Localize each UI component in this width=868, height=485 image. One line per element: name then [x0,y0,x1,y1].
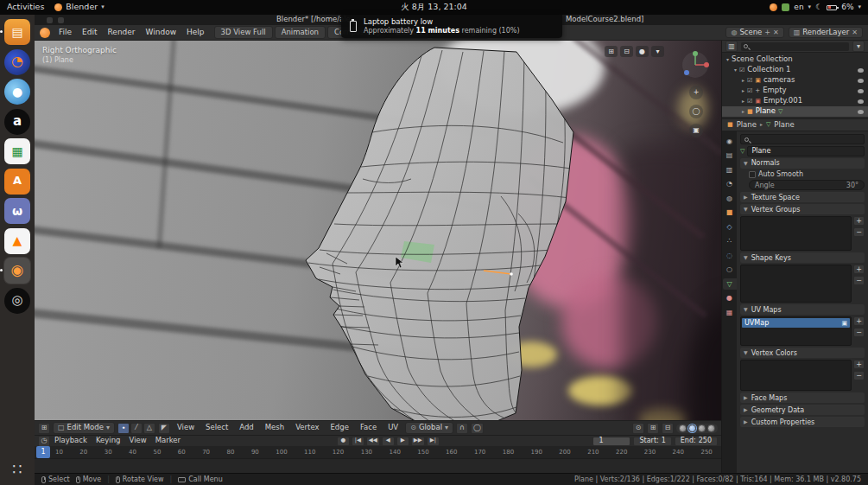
workspace-tab[interactable]: 3D View Full [214,26,273,39]
tab-scene[interactable]: ◔ [723,179,737,190]
timeline-ruler[interactable]: 1 10203040506070809010011012013014015016… [35,446,721,458]
tab-render[interactable]: ◉ [723,136,737,147]
cursor-tool-button[interactable]: ◤ [158,423,170,434]
shading-rendered-button[interactable] [707,424,715,432]
face-select-mode-button[interactable]: △ [143,423,155,434]
section-face-maps[interactable]: ▶ Face Maps [740,392,865,403]
checkbox-icon[interactable]: ☑ [747,77,752,84]
checkbox-icon[interactable]: ☑ [747,98,752,105]
tab-particles[interactable]: ∴ [723,236,737,247]
viewport-menu-item[interactable]: Mesh [261,424,288,432]
transport-button[interactable]: ▶ [396,437,409,446]
uv-maps-list[interactable]: UVMap ▣ [740,316,852,346]
app-menu[interactable]: Blender ▾ [54,3,104,12]
transport-button[interactable]: ◀ [382,437,395,446]
tab-view-layer[interactable]: ▥ [723,164,737,175]
properties-search-field[interactable] [740,134,865,144]
status-icon[interactable] [782,3,789,11]
breadcrumb-data[interactable]: Plane [774,121,794,130]
menu-item[interactable]: Window [142,28,181,36]
tab-constraints[interactable]: ○ [723,265,737,276]
expand-icon[interactable]: ▸ [742,88,744,94]
tab-texture[interactable]: ▦ [723,307,737,318]
workspace-tab[interactable]: Animation [275,26,326,39]
section-normals[interactable]: ▼ Normals [740,158,865,169]
expand-icon[interactable]: ▸ [742,109,744,115]
view-layer-selector[interactable]: ▥ RenderLayer ✕ [789,27,863,39]
snap-toggle-button[interactable]: ∩ [456,423,468,434]
edge-select-mode-button[interactable]: ⁄ [130,423,143,434]
transport-button[interactable]: ▶▶ [411,437,425,446]
add-uv-map-button[interactable]: + [853,316,865,326]
zoom-icon[interactable]: + [689,86,703,99]
add-vertex-group-button[interactable]: + [853,216,865,226]
outliner-item-plane[interactable]: ▸ ■ Plane ▽ [722,106,868,117]
end-frame-field[interactable]: End:250 [675,437,718,446]
dock-item-discord[interactable]: ω [4,198,30,224]
outliner-display-mode-button[interactable]: ▥ [725,41,738,52]
transform-orientation-selector[interactable]: ⊙ Global ▾ [405,422,453,434]
dock-item-browser[interactable]: ● [4,79,30,105]
transport-button[interactable]: ▶| [427,437,440,446]
expand-icon[interactable]: ▸ [742,78,744,84]
timeline-menu-item[interactable]: View [125,437,151,445]
new-scene-button[interactable]: + [764,29,770,36]
menu-item[interactable]: Help [182,28,209,36]
start-frame-field[interactable]: Start:1 [633,437,671,446]
notification-battery-low[interactable]: Laptop battery low Approximately 11 minu… [341,15,562,38]
keyboard-language[interactable]: en [794,3,803,11]
viewport-3d[interactable]: Right Orthographic (1) Plane ⊞ ⊟ ● ▾ [35,41,721,420]
tab-modifiers[interactable]: ◇ [723,221,737,233]
outliner-item-empty[interactable]: ▸ ☑ + Empty [722,86,868,96]
timeline-menu-item[interactable]: Keying [92,437,125,445]
viewport-menu-item[interactable]: View [173,424,199,432]
viewport-menu-item[interactable]: Edge [326,424,353,432]
navigation-gizmo[interactable] [680,49,711,80]
transport-button[interactable]: ◀◀ [366,437,380,446]
outliner-item-scene-collection[interactable]: ▾ Scene Collection [722,54,868,65]
tab-object[interactable]: ■ [723,207,737,219]
visibility-eye-icon[interactable] [858,110,864,114]
blender-logo-icon[interactable] [40,28,50,38]
timeline-editor-type-button[interactable]: ◷ [38,436,50,447]
gizmo-toggle-icon[interactable]: ⊞ [605,46,618,57]
editor-type-button[interactable]: ⊞ [38,423,50,434]
viewport-menu-item[interactable]: UV [383,424,402,432]
visibility-eye-icon[interactable] [858,89,864,93]
shading-dropdown-icon[interactable]: ▾ [651,46,664,57]
vertex-select-mode-button[interactable]: ∙ [117,423,130,434]
breadcrumb-object[interactable]: Plane [737,121,757,130]
timeline-menu-item[interactable]: Playback [50,437,92,445]
checkbox-icon[interactable]: ☑ [739,67,744,73]
dock-item-steam[interactable]: ◎ [4,288,30,314]
section-custom-properties[interactable]: ▶ Custom Properties [740,417,865,427]
menu-item[interactable]: File [54,28,76,36]
outliner-search[interactable] [741,42,849,51]
tab-material[interactable]: ● [723,293,737,304]
playhead[interactable]: 1 [36,446,50,458]
checkbox-icon[interactable]: ☑ [747,87,752,94]
vertex-colors-list[interactable] [740,360,852,391]
timeline-track-area[interactable] [35,458,721,473]
shading-wireframe-button[interactable] [679,424,687,432]
add-vertex-color-button[interactable]: + [853,360,865,369]
dock-item-libreoffice-calc[interactable]: ▦ [4,138,30,164]
outliner-filter-button[interactable]: ▾ [852,41,865,52]
section-shape-keys[interactable]: ▼ Shape Keys [740,252,865,263]
recorder-icon[interactable] [770,3,777,11]
visibility-eye-icon[interactable] [858,99,864,104]
camera-view-icon[interactable]: ▣ [689,124,703,137]
timeline-menu-item[interactable]: Marker [151,437,185,445]
add-shape-key-button[interactable]: + [853,265,865,274]
dock-item-amazon[interactable]: a [4,109,30,135]
transport-button[interactable]: ● [337,437,350,446]
window-controls[interactable] [47,17,64,23]
outliner-item-cameras[interactable]: ▸ ☑ ▣ cameras [722,75,868,86]
dock-item-software[interactable]: A [4,169,30,195]
face-mesh[interactable] [35,41,721,420]
tab-output[interactable]: ▤ [723,150,737,162]
section-texture-space[interactable]: ▶ Texture Space [740,192,865,202]
auto-smooth-checkbox[interactable] [749,171,756,178]
remove-vertex-group-button[interactable]: − [853,227,865,237]
outliner-item-empty-001[interactable]: ▸ ☑ ▣ Empty.001 [722,96,868,106]
